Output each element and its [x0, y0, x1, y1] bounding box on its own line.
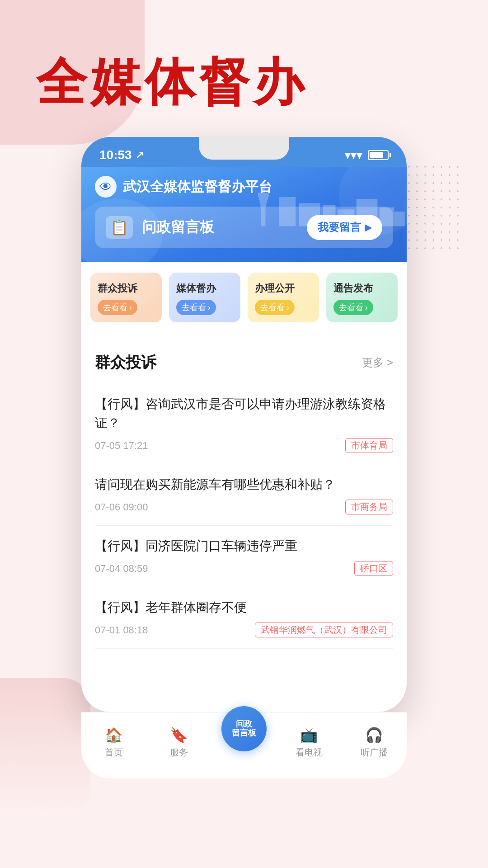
news-date-3: 07-04 08:59: [95, 563, 148, 575]
tab-home-label: 首页: [105, 746, 123, 759]
content-section: 群众投诉 更多 > 【行风】咨询武汉市是否可以申请办理游泳教练资格证？ 07-0…: [81, 339, 407, 649]
headphones-icon: 🎧: [365, 726, 383, 744]
tab-tv-label: 看电视: [296, 746, 323, 759]
svg-rect-9: [281, 199, 284, 202]
category-title-notice: 通告发布: [333, 282, 390, 295]
news-title-3: 【行风】同济医院门口车辆违停严重: [95, 537, 393, 556]
tab-center-text: 问政留言板: [232, 720, 256, 738]
tab-services[interactable]: 🔖 服务: [146, 726, 211, 759]
news-date-1: 07-05 17:21: [95, 440, 148, 452]
status-time: 10:53 ↗: [99, 148, 144, 162]
category-card-media[interactable]: 媒体督办 去看看›: [169, 273, 240, 322]
tab-radio[interactable]: 🎧 听广播: [342, 726, 407, 759]
category-grid: 群众投诉 去看看› 媒体督办 去看看› 办理公开 去看看›: [90, 273, 398, 322]
wifi-icon: ▾▾▾: [345, 148, 362, 162]
svg-rect-21: [370, 202, 373, 205]
category-card-notice[interactable]: 通告发布 去看看›: [326, 273, 398, 322]
message-board-button[interactable]: 我要留言 ▶: [307, 215, 382, 240]
svg-rect-20: [364, 202, 367, 205]
section-more[interactable]: 更多 >: [362, 355, 393, 370]
news-tag-1: 市体育局: [345, 438, 393, 453]
status-icons: ▾▾▾: [345, 148, 389, 162]
bookmark-icon: 🔖: [170, 726, 188, 744]
location-icon: ↗: [136, 149, 144, 161]
news-date-2: 07-06 09:00: [95, 501, 148, 513]
tab-message-board[interactable]: 问政留言板: [211, 706, 277, 751]
news-item-2[interactable]: 请问现在购买新能源车有哪些优惠和补贴？ 07-06 09:00 市商务局: [95, 464, 393, 526]
message-board-left: 📋 问政留言板: [106, 216, 214, 239]
svg-rect-10: [286, 199, 290, 202]
tab-radio-label: 听广播: [361, 746, 388, 759]
tab-home[interactable]: 🏠 首页: [81, 726, 146, 759]
category-btn-media[interactable]: 去看看›: [176, 300, 216, 315]
category-title-media: 媒体督办: [176, 282, 233, 295]
news-title-4: 【行风】老年群体圈存不便: [95, 598, 393, 617]
svg-rect-19: [359, 202, 362, 205]
message-board-arrow-icon: ▶: [365, 222, 371, 233]
svg-rect-24: [394, 212, 405, 226]
news-meta-3: 07-04 08:59 硚口区: [95, 561, 393, 576]
phone-frame: 10:53 ↗ ▾▾▾: [81, 137, 407, 712]
tab-tv[interactable]: 📺 看电视: [277, 726, 342, 759]
section-header: 群众投诉 更多 >: [95, 352, 393, 373]
news-meta-4: 07-01 08:18 武钢华润燃气（武汉）有限公司: [95, 623, 393, 637]
category-title-public: 办理公开: [255, 282, 312, 295]
message-board-banner[interactable]: 📋 问政留言板 我要留言 ▶: [95, 207, 393, 248]
app-brand-row: 👁 武汉全媒体监督督办平台: [95, 176, 393, 198]
news-meta-2: 07-06 09:00 市商务局: [95, 500, 393, 514]
news-tag-3: 硚口区: [354, 561, 393, 576]
message-board-title: 问政留言板: [142, 217, 214, 237]
category-title-complaints: 群众投诉: [98, 282, 155, 295]
news-item-1[interactable]: 【行风】咨询武汉市是否可以申请办理游泳教练资格证？ 07-05 17:21 市体…: [95, 384, 393, 464]
page-title: 全媒体督办: [0, 0, 488, 137]
app-brand-name: 武汉全媒体监督督办平台: [123, 178, 272, 196]
news-date-4: 07-01 08:18: [95, 624, 148, 636]
tab-services-label: 服务: [170, 746, 188, 759]
home-icon: 🏠: [105, 726, 123, 744]
news-item-4[interactable]: 【行风】老年群体圈存不便 07-01 08:18 武钢华润燃气（武汉）有限公司: [95, 587, 393, 649]
message-board-icon: 📋: [106, 216, 133, 239]
news-item-3[interactable]: 【行风】同济医院门口车辆违停严重 07-04 08:59 硚口区: [95, 526, 393, 587]
section-title: 群众投诉: [95, 352, 156, 373]
phone-wrapper: 10:53 ↗ ▾▾▾: [0, 137, 488, 712]
category-btn-notice[interactable]: 去看看›: [333, 300, 373, 315]
news-title-1: 【行风】咨询武汉市是否可以申请办理游泳教练资格证？: [95, 395, 393, 433]
svg-rect-5: [259, 200, 267, 203]
category-section: 群众投诉 去看看› 媒体督办 去看看› 办理公开 去看看›: [81, 262, 407, 333]
category-card-public[interactable]: 办理公开 去看看›: [248, 273, 319, 322]
news-title-2: 请问现在购买新能源车有哪些优惠和补贴？: [95, 475, 393, 494]
battery-icon: [368, 150, 389, 160]
app-header: 👁 武汉全媒体监督督办平台 📋 问政留言板 我要留言 ▶: [81, 167, 407, 262]
bottom-padding: [81, 649, 407, 712]
category-card-complaints[interactable]: 群众投诉 去看看›: [90, 273, 162, 322]
news-tag-2: 市商务局: [345, 500, 393, 514]
category-btn-complaints[interactable]: 去看看›: [98, 300, 137, 315]
phone-notch: [199, 137, 289, 160]
news-tag-4: 武钢华润燃气（武汉）有限公司: [255, 623, 393, 637]
tab-center-circle[interactable]: 问政留言板: [221, 706, 267, 751]
category-btn-public[interactable]: 去看看›: [255, 300, 295, 315]
news-meta-1: 07-05 17:21 市体育局: [95, 438, 393, 453]
app-logo: 👁: [95, 176, 117, 198]
tv-icon: 📺: [300, 726, 318, 744]
